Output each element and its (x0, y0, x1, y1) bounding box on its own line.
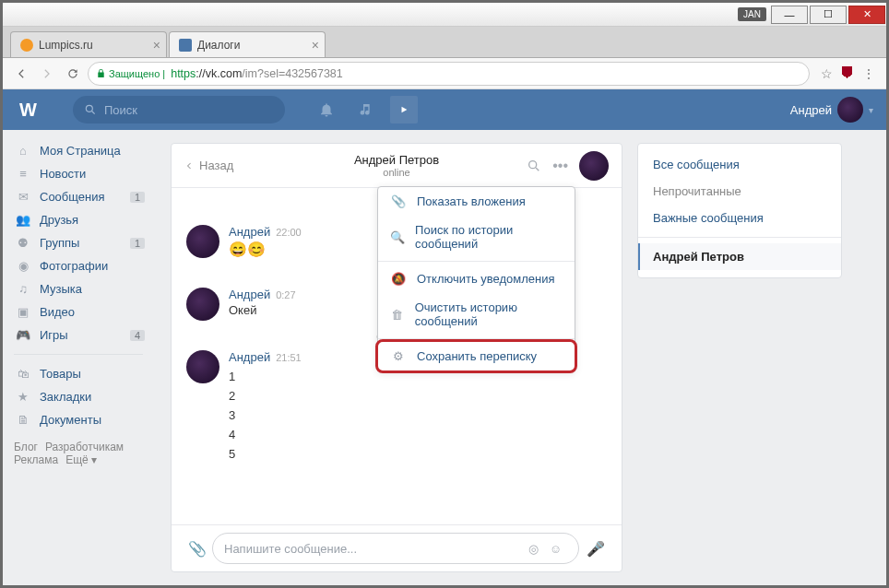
rp-unread[interactable]: Непрочитанные (638, 178, 841, 205)
sidebar-item-friends[interactable]: 👥Друзья (3, 208, 154, 231)
music-icon[interactable] (351, 96, 379, 123)
attach-icon[interactable]: 📎 (188, 540, 207, 558)
avatar (186, 225, 219, 258)
tab-lumpics[interactable]: Lumpics.ru × (10, 31, 167, 57)
browser-tabstrip: Lumpics.ru × Диалоги × (3, 27, 886, 58)
search-icon[interactable] (527, 159, 541, 173)
dd-search-history[interactable]: 🔍Поиск по истории сообщений (378, 216, 575, 258)
sidebar-item-music[interactable]: ♫Музыка (3, 277, 154, 300)
sidebar-item-profile[interactable]: ⌂Моя Страница (3, 139, 154, 162)
trash-icon: 🗑 (389, 308, 406, 322)
sidebar-item-groups[interactable]: ⚉Группы1 (3, 231, 154, 254)
star-icon: ★ (14, 390, 32, 404)
home-icon: ⌂ (14, 144, 32, 158)
jan-badge: JAN (738, 7, 766, 21)
emoji-icon[interactable]: ☺ (550, 542, 562, 556)
user-menu[interactable]: Андрей ▾ (790, 97, 873, 123)
avatar (837, 97, 863, 123)
footer-blog[interactable]: Блог (14, 441, 38, 453)
market-icon: 🛍 (14, 367, 32, 381)
camera-icon: ◉ (14, 259, 32, 273)
window-close[interactable]: ✕ (848, 6, 885, 24)
chat-actions-dropdown: 📎Показать вложения 🔍Поиск по истории соо… (377, 186, 575, 371)
avatar (186, 288, 219, 321)
video-icon: ▣ (14, 305, 32, 319)
nav-back-button[interactable] (10, 63, 32, 85)
sidebar: ⌂Моя Страница ≡Новости ✉Сообщения1 👥Друз… (3, 130, 154, 585)
chevron-down-icon: ▾ (869, 105, 873, 115)
groups-icon: ⚉ (14, 236, 32, 250)
tab-title: Lumpics.ru (39, 39, 93, 52)
sidebar-footer: БлогРазработчикам РекламаЕщё ▾ (3, 431, 154, 476)
sidebar-item-bookmarks[interactable]: ★Закладки (3, 385, 154, 408)
rp-active-chat[interactable]: Андрей Петров (638, 243, 841, 270)
lock-icon: Защищено | (96, 68, 165, 79)
url-protocol: https (171, 67, 196, 80)
url-input[interactable]: Защищено | https ://vk.com /im?sel=43256… (88, 62, 810, 86)
sidebar-item-video[interactable]: ▣Видео (3, 300, 154, 323)
bell-off-icon: 🔕 (389, 272, 408, 286)
dd-show-attachments[interactable]: 📎Показать вложения (378, 187, 575, 216)
svg-point-0 (86, 105, 92, 112)
vk-logo[interactable]: W (19, 100, 36, 121)
notifications-icon[interactable] (313, 96, 340, 123)
window-titlebar: JAN — ☐ ✕ (3, 3, 886, 27)
avatar (186, 350, 219, 383)
close-icon[interactable]: × (153, 38, 160, 53)
favicon-icon (20, 39, 33, 52)
play-button[interactable] (390, 96, 418, 123)
footer-dev[interactable]: Разработчикам (45, 441, 124, 453)
message-input[interactable]: Напишите сообщение... ◎ ☺ (212, 533, 579, 564)
window-maximize[interactable]: ☐ (810, 6, 847, 24)
sidebar-item-photos[interactable]: ◉Фотографии (3, 254, 154, 277)
sidebar-item-games[interactable]: 🎮Игры4 (3, 323, 154, 347)
news-icon: ≡ (14, 167, 32, 181)
tab-dialogs[interactable]: Диалоги × (169, 31, 326, 57)
message-icon: ✉ (14, 190, 32, 204)
sidebar-item-messages[interactable]: ✉Сообщения1 (3, 185, 154, 208)
menu-icon[interactable]: ⋮ (862, 66, 875, 81)
rp-important[interactable]: Важные сообщения (638, 205, 841, 231)
search-icon: 🔍 (389, 230, 406, 244)
svg-point-1 (529, 160, 537, 168)
right-panel: Все сообщения Непрочитанные Важные сообщ… (637, 143, 842, 572)
message-composer: 📎 Напишите сообщение... ◎ ☺ 🎤 (172, 524, 622, 571)
search-input[interactable]: Поиск (73, 96, 285, 123)
tab-title: Диалоги (197, 39, 240, 52)
photo-icon[interactable]: ◎ (528, 542, 539, 556)
friends-icon: 👥 (14, 213, 32, 227)
mic-icon[interactable]: 🎤 (587, 540, 605, 558)
chat-header: Назад Андрей Петров online ••• 📎Показать… (172, 144, 622, 188)
dd-save-chat[interactable]: ⚙Сохранить переписку (378, 342, 575, 370)
nav-forward-button[interactable] (36, 63, 58, 85)
chat-panel: Назад Андрей Петров online ••• 📎Показать… (171, 143, 622, 572)
save-icon: ⚙ (389, 349, 408, 363)
favicon-icon (179, 39, 192, 52)
doc-icon: 🗎 (14, 413, 32, 427)
ublock-icon[interactable]: ⛊ (840, 65, 855, 82)
footer-ads[interactable]: Реклама (14, 453, 58, 466)
sidebar-item-news[interactable]: ≡Новости (3, 162, 154, 185)
sidebar-item-docs[interactable]: 🗎Документы (3, 408, 154, 431)
music-icon: ♫ (14, 282, 32, 296)
close-icon[interactable]: × (312, 38, 319, 53)
sidebar-item-market[interactable]: 🛍Товары (3, 362, 154, 385)
window-minimize[interactable]: — (771, 6, 808, 24)
chat-title[interactable]: Андрей Петров online (354, 153, 439, 178)
star-icon[interactable]: ☆ (821, 66, 833, 81)
game-icon: 🎮 (14, 328, 32, 342)
url-host: ://vk.com (196, 67, 242, 80)
footer-more[interactable]: Ещё ▾ (65, 453, 97, 466)
browser-addressbar: Защищено | https ://vk.com /im?sel=43256… (3, 58, 886, 89)
clip-icon: 📎 (389, 194, 408, 208)
dd-clear-history[interactable]: 🗑Очистить историю сообщений (378, 293, 575, 335)
url-path: /im?sel=432567381 (242, 67, 342, 80)
vk-header: W Поиск Андрей ▾ (3, 89, 886, 130)
more-icon[interactable]: ••• (552, 158, 568, 174)
chat-avatar[interactable] (579, 151, 609, 181)
rp-all[interactable]: Все сообщения (638, 151, 841, 178)
nav-reload-button[interactable] (62, 63, 84, 85)
dd-mute[interactable]: 🔕Отключить уведомления (378, 265, 575, 293)
back-button[interactable]: Назад (184, 159, 233, 172)
